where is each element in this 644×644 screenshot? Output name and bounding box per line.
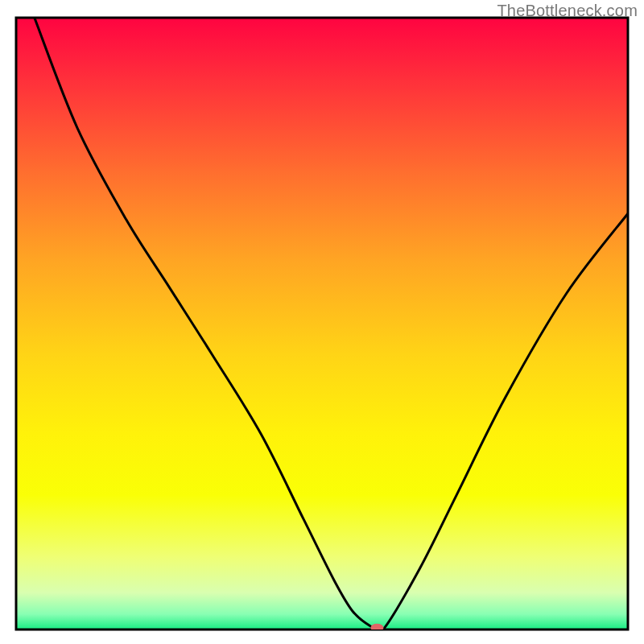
plot-background [16,18,628,630]
bottleneck-chart [0,0,644,644]
watermark-text: TheBottleneck.com [497,2,638,20]
chart-wrapper: TheBottleneck.com [0,0,644,644]
